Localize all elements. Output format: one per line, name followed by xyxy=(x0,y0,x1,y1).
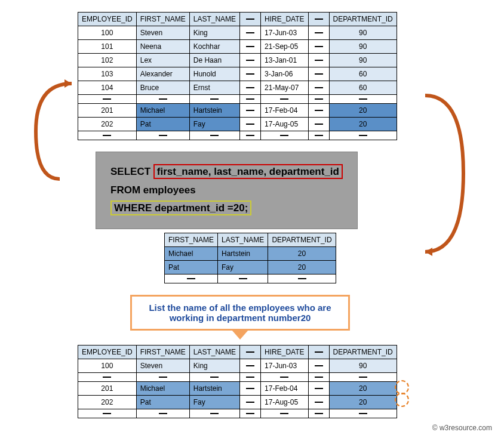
table-row: 104BruceErnst21-May-0760 xyxy=(78,81,397,95)
ellipsis-row xyxy=(165,274,336,283)
table-row: 201MichaelHartstein17-Feb-0420 xyxy=(78,382,397,396)
col-department-id: DEPARTMENT_ID xyxy=(329,346,397,359)
col-employee-id: EMPLOYEE_ID xyxy=(78,346,137,359)
ellipsis-row xyxy=(78,373,397,382)
sql-table: employees xyxy=(143,184,196,196)
ellipsis-row xyxy=(78,409,397,418)
sql-query-box: SELECT first_name, last_name, department… xyxy=(96,152,358,229)
ellipsis-row xyxy=(78,131,397,140)
col-ellipsis xyxy=(308,13,329,26)
sql-from: FROM xyxy=(110,184,140,196)
table-row: 201MichaelHartstein17-Feb-0420 xyxy=(78,104,397,118)
table-row: 202PatFay17-Aug-0520 xyxy=(78,118,397,131)
table-row: 202PatFay17-Aug-0520 xyxy=(78,396,397,409)
flow-arrow-left xyxy=(24,78,84,191)
col-first-name: FIRST_NAME xyxy=(165,233,218,247)
col-last-name: LAST_NAME xyxy=(189,13,239,26)
table-row: 100StevenKing17-Jun-0390 xyxy=(78,359,397,373)
svg-marker-0 xyxy=(64,79,72,88)
col-hire-date: HIRE_DATE xyxy=(261,346,308,359)
callout-text: List the name of all the employees who a… xyxy=(149,303,331,323)
flow-arrow-right xyxy=(418,90,490,269)
table-row: 101NeenaKochhar21-Sep-0590 xyxy=(78,40,397,54)
col-last-name: LAST_NAME xyxy=(218,233,268,247)
result-table: FIRST_NAME LAST_NAME DEPARTMENT_ID Micha… xyxy=(164,233,336,283)
source-table: EMPLOYEE_ID FIRST_NAME LAST_NAME HIRE_DA… xyxy=(78,12,397,140)
highlight-circle xyxy=(395,393,409,407)
copyright-text: © w3resource.com xyxy=(432,424,492,432)
table-row: PatFay20 xyxy=(165,261,336,274)
col-department-id: DEPARTMENT_ID xyxy=(329,13,397,26)
col-first-name: FIRST_NAME xyxy=(136,13,189,26)
col-first-name: FIRST_NAME xyxy=(136,346,189,359)
col-employee-id: EMPLOYEE_ID xyxy=(78,13,137,26)
sql-where-highlighted: WHERE department_id =20; xyxy=(110,201,251,215)
col-ellipsis xyxy=(308,346,329,359)
sql-columns-highlighted: first_name, last_name, department_id xyxy=(153,164,343,179)
sql-select: SELECT xyxy=(110,166,150,177)
table-row: MichaelHartstein20 xyxy=(165,247,336,261)
col-last-name: LAST_NAME xyxy=(189,346,239,359)
svg-marker-1 xyxy=(425,248,432,256)
ellipsis-row xyxy=(78,95,397,104)
table-row: 102LexDe Haan13-Jan-0190 xyxy=(78,54,397,67)
col-department-id: DEPARTMENT_ID xyxy=(268,233,336,247)
table-row: 103AlexanderHunold3-Jan-0660 xyxy=(78,67,397,81)
table-row: 100StevenKing17-Jun-0390 xyxy=(78,26,397,40)
col-ellipsis xyxy=(240,346,261,359)
col-ellipsis xyxy=(240,13,261,26)
description-callout: List the name of all the employees who a… xyxy=(130,295,350,331)
col-hire-date: HIRE_DATE xyxy=(261,13,308,26)
final-table: EMPLOYEE_ID FIRST_NAME LAST_NAME HIRE_DA… xyxy=(78,345,397,418)
